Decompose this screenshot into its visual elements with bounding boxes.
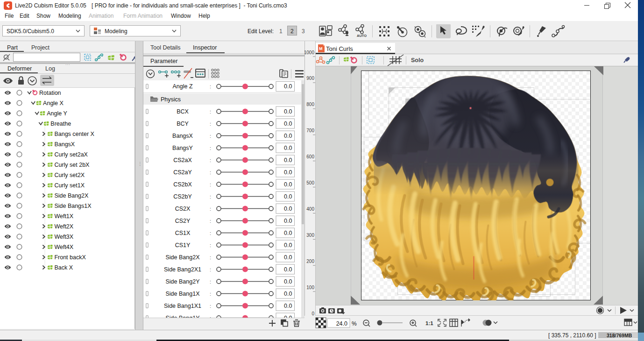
svg-text::: : bbox=[210, 109, 211, 114]
svg-text:Curly set1X: Curly set1X bbox=[54, 182, 85, 189]
svg-text:0.0: 0.0 bbox=[284, 242, 292, 249]
svg-text::: : bbox=[210, 230, 211, 236]
svg-text:200: 200 bbox=[306, 259, 314, 264]
svg-text::: : bbox=[210, 133, 211, 139]
svg-text:0.0: 0.0 bbox=[284, 181, 292, 188]
svg-text:%: % bbox=[352, 320, 357, 327]
svg-text:Front backX: Front backX bbox=[54, 254, 86, 261]
svg-text:0.0: 0.0 bbox=[284, 291, 292, 297]
svg-text:Curly set 2bX: Curly set 2bX bbox=[54, 162, 90, 168]
svg-text:Side Bangs1X: Side Bangs1X bbox=[54, 203, 92, 209]
svg-text:Side Bang2X: Side Bang2X bbox=[54, 192, 89, 199]
svg-text:Side Bang2Y: Side Bang2Y bbox=[166, 278, 200, 285]
svg-text::: : bbox=[210, 242, 211, 248]
svg-text:M: M bbox=[319, 46, 323, 51]
svg-text:Weft4X: Weft4X bbox=[54, 244, 73, 250]
svg-text:CS2aX: CS2aX bbox=[173, 157, 192, 163]
svg-text:Weft3X: Weft3X bbox=[54, 234, 73, 240]
svg-text:CS2aY: CS2aY bbox=[173, 169, 192, 176]
svg-text:Curly set2aX: Curly set2aX bbox=[54, 151, 88, 158]
svg-text:0.0: 0.0 bbox=[284, 169, 292, 176]
svg-text:Side Bang2X: Side Bang2X bbox=[166, 254, 200, 261]
svg-text:CS1Y: CS1Y bbox=[175, 242, 191, 249]
svg-text:0.0: 0.0 bbox=[284, 254, 292, 261]
svg-text::: : bbox=[210, 218, 211, 224]
svg-text:BangsX: BangsX bbox=[54, 141, 75, 148]
svg-text:100: 100 bbox=[306, 285, 314, 290]
svg-text::: : bbox=[210, 279, 211, 284]
svg-text:900: 900 bbox=[306, 76, 314, 81]
svg-text:1:1: 1:1 bbox=[425, 320, 433, 326]
svg-text::: : bbox=[210, 291, 211, 297]
svg-text:0.0: 0.0 bbox=[284, 230, 292, 236]
svg-text:1000: 1000 bbox=[304, 50, 314, 55]
svg-text::: : bbox=[210, 206, 211, 212]
svg-text:Physics: Physics bbox=[161, 96, 181, 103]
svg-text::: : bbox=[210, 145, 211, 151]
svg-text:0.0: 0.0 bbox=[284, 193, 292, 200]
svg-text:CS2X: CS2X bbox=[175, 206, 191, 212]
svg-text:BangsY: BangsY bbox=[172, 145, 193, 151]
svg-text:Angle X: Angle X bbox=[43, 100, 64, 107]
svg-text:0.0: 0.0 bbox=[284, 278, 292, 285]
svg-text:0.0: 0.0 bbox=[284, 133, 292, 139]
svg-text::: : bbox=[210, 194, 211, 199]
svg-text:0.0: 0.0 bbox=[284, 266, 292, 273]
svg-text:CS2bX: CS2bX bbox=[173, 181, 192, 188]
svg-text:Rotation: Rotation bbox=[39, 90, 61, 96]
svg-text:BCY: BCY bbox=[177, 121, 189, 127]
svg-text:BangsX: BangsX bbox=[172, 133, 193, 139]
svg-text:Side Bang1X: Side Bang1X bbox=[166, 291, 200, 297]
svg-text:0.0: 0.0 bbox=[284, 157, 292, 163]
svg-text:0.0: 0.0 bbox=[284, 303, 292, 309]
svg-text:0.0: 0.0 bbox=[284, 206, 292, 212]
svg-text:24.0: 24.0 bbox=[336, 320, 347, 327]
svg-text::: : bbox=[210, 267, 211, 272]
svg-text:AUTO: AUTO bbox=[357, 34, 367, 38]
svg-text:0.0: 0.0 bbox=[284, 108, 292, 115]
svg-text:300: 300 bbox=[306, 233, 314, 238]
svg-text:Weft2X: Weft2X bbox=[54, 223, 73, 230]
svg-text:0: 0 bbox=[311, 311, 314, 316]
svg-text::: : bbox=[210, 157, 211, 163]
svg-text:Angle Y: Angle Y bbox=[47, 110, 67, 117]
svg-text:Curly set2X: Curly set2X bbox=[54, 172, 85, 178]
svg-text:Side Bang1X1: Side Bang1X1 bbox=[164, 303, 201, 309]
svg-text::: : bbox=[210, 255, 211, 260]
svg-text:Back X: Back X bbox=[54, 264, 73, 271]
svg-text:500: 500 bbox=[306, 180, 314, 185]
svg-text:Breathe: Breathe bbox=[50, 121, 71, 127]
svg-text:Side Bang2X1: Side Bang2X1 bbox=[164, 266, 201, 273]
svg-text:700: 700 bbox=[306, 128, 314, 133]
svg-text:800: 800 bbox=[306, 102, 314, 107]
svg-text:0.0: 0.0 bbox=[284, 145, 292, 151]
svg-text:Solo: Solo bbox=[411, 57, 424, 64]
svg-text:CS1X: CS1X bbox=[175, 230, 191, 236]
svg-text::: : bbox=[210, 170, 211, 175]
svg-text::: : bbox=[210, 303, 211, 309]
svg-text:600: 600 bbox=[306, 154, 314, 159]
svg-text::: : bbox=[210, 182, 211, 187]
svg-text:0.0: 0.0 bbox=[284, 83, 292, 90]
svg-text:Weft1X: Weft1X bbox=[54, 213, 73, 220]
svg-text:Angle Z: Angle Z bbox=[172, 83, 192, 90]
svg-text::: : bbox=[210, 121, 211, 127]
svg-text:CS2Y: CS2Y bbox=[175, 218, 191, 224]
svg-text:Bangs center X: Bangs center X bbox=[54, 131, 94, 137]
svg-text:0.0: 0.0 bbox=[284, 218, 292, 224]
svg-text::: : bbox=[210, 84, 211, 89]
svg-text:0.0: 0.0 bbox=[284, 121, 292, 127]
svg-text:400: 400 bbox=[306, 206, 314, 212]
svg-text:CS2bY: CS2bY bbox=[173, 193, 192, 200]
svg-text:BCX: BCX bbox=[177, 108, 189, 115]
